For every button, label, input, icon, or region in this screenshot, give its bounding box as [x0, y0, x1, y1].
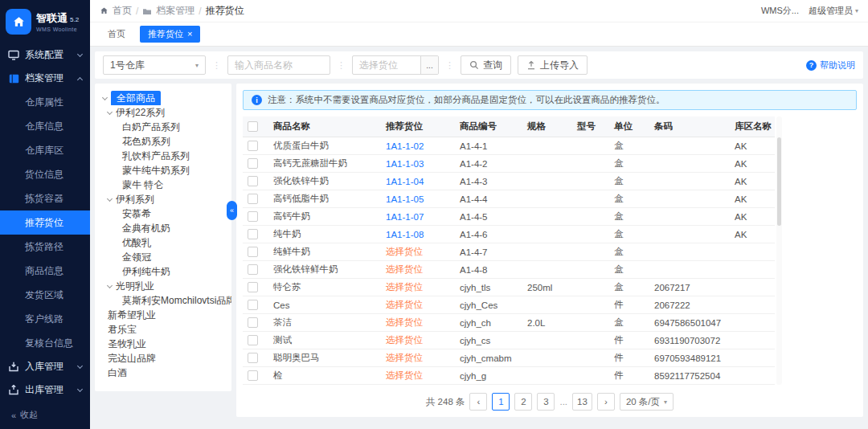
row-checkbox-cell	[243, 332, 268, 349]
sidebar-item-system-config[interactable]: 系统配置	[0, 43, 90, 67]
sidebar-subitem-拣货容器[interactable]: 拣货容器	[0, 186, 90, 210]
page-size-select[interactable]: 20 条/页▾	[620, 393, 674, 411]
sidebar-subitem-拣货路径[interactable]: 拣货路径	[0, 235, 90, 259]
location-more-button[interactable]: ...	[420, 56, 438, 74]
pagination-page-button-13[interactable]: 13	[572, 393, 592, 411]
tree-item[interactable]: 乳饮料产品系列	[95, 149, 231, 163]
table-row: 强化铁锌牛奶1A1-1-04A1-4-3盒AK	[243, 173, 775, 190]
sidebar-subitem-货位信息[interactable]: 货位信息	[0, 162, 90, 186]
breadcrumb-item[interactable]: 推荐货位	[206, 4, 244, 18]
tree-item[interactable]: 全部商品	[95, 91, 231, 105]
tree-item[interactable]: 蒙牛纯牛奶系列	[95, 163, 231, 178]
tree-item[interactable]: 金领冠	[95, 250, 231, 264]
sidebar-subitem-商品信息[interactable]: 商品信息	[0, 259, 90, 283]
tree-item[interactable]: 花色奶系列	[95, 134, 231, 149]
row-checkbox[interactable]	[248, 370, 258, 381]
select-location-link[interactable]: 选择货位	[386, 335, 423, 345]
row-checkbox[interactable]	[248, 353, 258, 363]
upload-import-button[interactable]: 上传导入	[518, 55, 588, 75]
location-link[interactable]: 1A1-1-04	[386, 177, 424, 186]
tree-item[interactable]: 伊利22系列	[95, 105, 231, 120]
sidebar-subitem-仓库属性[interactable]: 仓库属性	[0, 90, 90, 114]
tree-item[interactable]: 白奶产品系列	[95, 120, 231, 134]
row-checkbox[interactable]	[248, 211, 258, 222]
row-checkbox[interactable]	[248, 229, 258, 239]
row-checkbox[interactable]	[248, 158, 258, 169]
location-link[interactable]: 1A1-1-05	[386, 194, 424, 204]
select-location-link[interactable]: 选择货位	[386, 282, 423, 292]
row-checkbox[interactable]	[248, 282, 258, 292]
pagination-next-button[interactable]: ›	[597, 393, 615, 411]
tree-item-label: 金典有机奶	[122, 222, 170, 235]
select-all-checkbox[interactable]	[248, 121, 258, 132]
location-link[interactable]: 1A1-1-02	[386, 141, 424, 151]
search-button[interactable]: 查询	[461, 55, 511, 75]
row-checkbox[interactable]	[248, 141, 258, 151]
tree-item[interactable]: 伊利纯牛奶	[95, 264, 231, 279]
sidebar-item-inbound[interactable]: 入库管理	[0, 355, 90, 378]
sidebar-subitem-仓库库区[interactable]: 仓库库区	[0, 138, 90, 162]
tree-item[interactable]: 莫斯利安Momchilovtsi品牌	[95, 293, 231, 308]
location-link[interactable]: 1A1-1-08	[386, 230, 424, 239]
tab-close-icon[interactable]: ×	[187, 30, 192, 39]
row-checkbox[interactable]	[248, 300, 258, 310]
row-checkbox[interactable]	[248, 176, 258, 186]
cell-model	[572, 208, 609, 226]
tab-首页[interactable]: 首页	[100, 26, 133, 43]
tree-item[interactable]: 光明乳业	[95, 279, 231, 293]
product-name-input[interactable]	[227, 55, 330, 75]
tree-item[interactable]: 蒙牛 特仑	[95, 178, 231, 192]
tree-item[interactable]: 优酸乳	[95, 235, 231, 250]
pagination-page-button-2[interactable]: 2	[514, 393, 532, 411]
row-checkbox[interactable]	[248, 335, 258, 345]
row-checkbox[interactable]	[248, 247, 258, 257]
pagination-page-button-3[interactable]: 3	[537, 393, 555, 411]
sidebar-subitem-推荐货位[interactable]: 推荐货位	[0, 210, 90, 235]
tree-item[interactable]: 圣牧乳业	[95, 337, 231, 351]
table-scrollbar[interactable]	[776, 116, 782, 385]
select-location-link[interactable]: 选择货位	[386, 300, 423, 309]
tree-item[interactable]: 完达山品牌	[95, 351, 231, 366]
warehouse-select[interactable]: 1号仓库 ▾	[103, 55, 206, 75]
select-location-link[interactable]: 选择货位	[386, 247, 423, 256]
pagination-page-button-1[interactable]: 1	[492, 393, 510, 411]
row-checkbox-cell	[243, 296, 268, 314]
cell-spec	[522, 367, 572, 385]
tree-item[interactable]: 安慕希	[95, 206, 231, 221]
cell-location: 1A1-1-04	[381, 173, 455, 190]
cell-model	[572, 314, 609, 332]
select-location-link[interactable]: 选择货位	[386, 317, 423, 327]
location-picker[interactable]: 选择货位 ...	[352, 55, 439, 75]
sidebar-subitem-仓库信息[interactable]: 仓库信息	[0, 114, 90, 138]
scrollbar-thumb[interactable]	[777, 137, 781, 226]
sidebar-collapse-button[interactable]: « 收起	[0, 402, 90, 429]
help-link[interactable]: ? 帮助说明	[806, 59, 855, 72]
sidebar-subitem-复核台信息[interactable]: 复核台信息	[0, 331, 90, 355]
row-checkbox[interactable]	[248, 264, 258, 275]
sidebar-item-outbound[interactable]: 出库管理	[0, 378, 90, 402]
panel-collapse-handle[interactable]: «	[227, 201, 237, 220]
row-checkbox[interactable]	[248, 194, 258, 204]
tree-item[interactable]: 金典有机奶	[95, 221, 231, 235]
sidebar-subitem-客户线路[interactable]: 客户线路	[0, 307, 90, 331]
breadcrumb-item[interactable]: 首页	[113, 4, 132, 18]
tree-item[interactable]: 白酒	[95, 366, 231, 380]
pagination-prev-button[interactable]: ‹	[469, 393, 487, 411]
row-checkbox[interactable]	[248, 317, 258, 328]
location-link[interactable]: 1A1-1-07	[386, 212, 424, 222]
sidebar-item-archive[interactable]: 档案管理	[0, 67, 90, 90]
location-link[interactable]: 1A1-1-03	[386, 159, 424, 169]
collapse-label: 收起	[20, 409, 38, 421]
user-menu[interactable]: 超级管理员 ▾	[809, 5, 858, 17]
select-location-link[interactable]: 选择货位	[386, 370, 423, 380]
tree-item[interactable]: 新希望乳业	[95, 308, 231, 322]
cell-barcode	[649, 261, 730, 279]
help-label: 帮助说明	[820, 59, 855, 72]
tree-item[interactable]: 君乐宝	[95, 322, 231, 337]
select-location-link[interactable]: 选择货位	[386, 353, 423, 362]
sidebar-subitem-发货区域[interactable]: 发货区域	[0, 283, 90, 307]
tree-item[interactable]: 伊利系列	[95, 192, 231, 206]
breadcrumb-item[interactable]: 档案管理	[156, 4, 194, 18]
tab-推荐货位[interactable]: 推荐货位×	[140, 26, 200, 43]
select-location-link[interactable]: 选择货位	[386, 264, 423, 274]
